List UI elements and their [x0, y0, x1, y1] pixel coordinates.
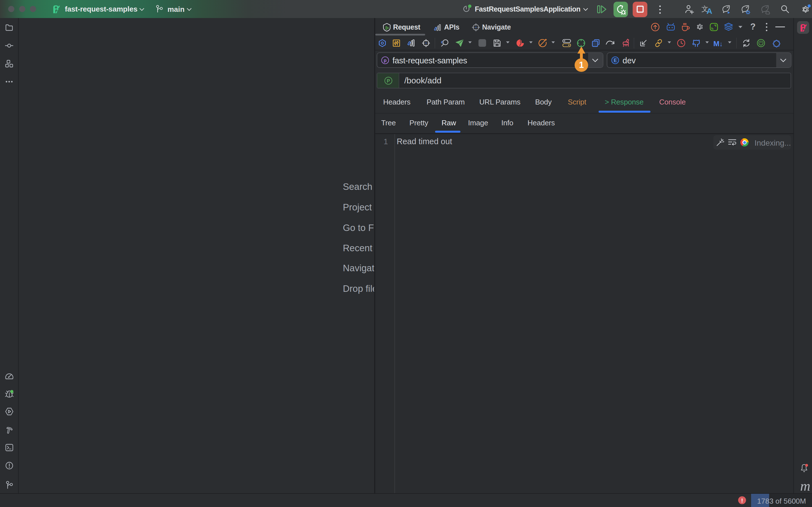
svg-text:p: p [384, 58, 387, 63]
svg-text:P: P [387, 78, 390, 83]
svg-text:E: E [614, 58, 617, 63]
